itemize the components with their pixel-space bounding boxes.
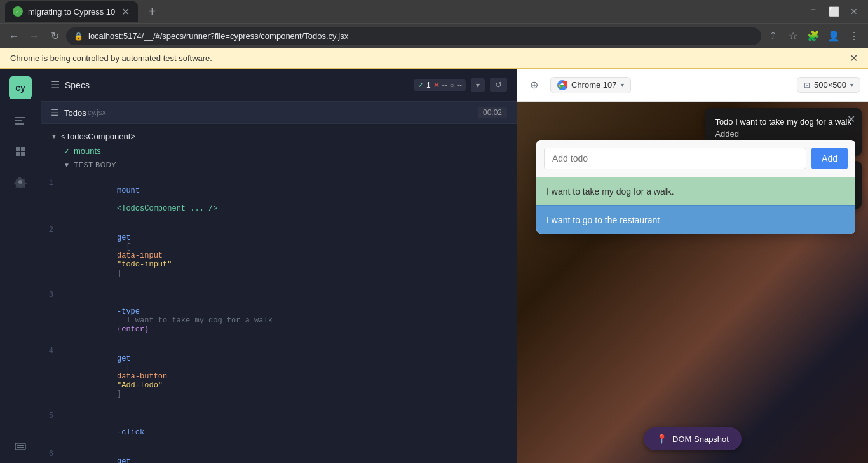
toast-1-subtitle: Added bbox=[715, 129, 851, 139]
chrome-toolbar: ← → ↻ 🔒 localhost:5174/__/#/specs/runner… bbox=[0, 23, 868, 48]
test-tree: ▼ <TodosComponent> ✓ mounts ▼ TEST BODY bbox=[41, 124, 517, 176]
line-content-3: -type I want to take my dog for a walk {… bbox=[61, 289, 517, 343]
specs-header: ☰ Specs ✓ 1 ✕ -- ○ -- ▾ ↺ bbox=[41, 69, 517, 102]
browser-name: Chrome 107 bbox=[571, 80, 617, 90]
file-header: ☰ Todos cy.jsx 00:02 bbox=[41, 102, 517, 124]
share-icon[interactable]: ⤴ bbox=[764, 27, 782, 45]
address-bar[interactable]: 🔒 localhost:5174/__/#/specs/runner?file=… bbox=[66, 27, 761, 45]
component-row[interactable]: ▼ <TodosComponent> bbox=[51, 129, 507, 144]
chrome-titlebar: c migrating to Cypress 10 ✕ + ⁻ ⬜ ✕ bbox=[0, 0, 868, 23]
pass-count: 1 bbox=[426, 81, 431, 90]
viewport-chevron-icon: ▾ bbox=[850, 81, 853, 88]
svg-rect-3 bbox=[15, 120, 22, 121]
browser-chevron-icon: ▾ bbox=[621, 81, 624, 88]
sidebar-item-list[interactable] bbox=[11, 142, 29, 160]
refresh-button[interactable]: ↺ bbox=[490, 78, 507, 92]
viewport-selector[interactable]: ⊡ 500×500 ▾ bbox=[797, 77, 860, 93]
sidebar-item-runner[interactable] bbox=[11, 112, 29, 130]
reload-button[interactable]: ↻ bbox=[46, 27, 64, 45]
preview-content: ✕ Todo I want to take my dog for a walk … bbox=[517, 102, 868, 463]
automation-banner-close[interactable]: ✕ bbox=[850, 52, 858, 64]
dots-separator: -- bbox=[457, 81, 462, 90]
preview-background: ✕ Todo I want to take my dog for a walk … bbox=[517, 102, 868, 463]
chrome-logo-icon bbox=[557, 80, 567, 90]
svg-rect-5 bbox=[16, 147, 20, 151]
test-body-row[interactable]: ▼ TEST BODY bbox=[51, 158, 507, 171]
chrome-tab[interactable]: c migrating to Cypress 10 ✕ bbox=[5, 1, 138, 22]
file-time: 00:02 bbox=[478, 107, 507, 118]
line-num-4: 4 bbox=[41, 345, 61, 356]
profile-icon[interactable]: 👤 bbox=[825, 27, 843, 45]
code-line-6: 6 get [ data-input= "todo-input" ] bbox=[41, 447, 517, 463]
line-content-6: get [ data-input= "todo-input" ] bbox=[61, 448, 517, 463]
check-pass-icon: ✓ bbox=[417, 81, 424, 90]
line-num-3: 3 bbox=[41, 289, 61, 300]
cypress-sidebar: cy bbox=[0, 69, 41, 463]
test-body-label: TEST BODY bbox=[74, 161, 116, 169]
sidebar-item-keyboard[interactable] bbox=[11, 438, 29, 455]
svg-rect-13 bbox=[20, 445, 22, 446]
todo-item-2[interactable]: I want to go to the restaurant bbox=[536, 205, 855, 234]
tab-close-button[interactable]: ✕ bbox=[120, 6, 130, 17]
toast-1-close[interactable]: ✕ bbox=[847, 114, 855, 125]
lock-icon: 🔒 bbox=[74, 32, 83, 41]
dom-snapshot-button[interactable]: 📍 DOM Snapshot bbox=[644, 427, 742, 450]
specs-header-controls: ✓ 1 ✕ -- ○ -- ▾ ↺ bbox=[414, 78, 507, 92]
dom-snapshot-label: DOM Snapshot bbox=[672, 434, 729, 444]
forward-button[interactable]: → bbox=[25, 27, 43, 45]
status-badge: ✓ 1 ✕ -- ○ -- bbox=[414, 79, 466, 91]
automation-banner-text: Chrome is being controlled by automated … bbox=[10, 53, 212, 63]
new-tab-button[interactable]: + bbox=[143, 3, 161, 20]
test-body-collapse-icon[interactable]: ▼ bbox=[64, 162, 70, 169]
svg-rect-4 bbox=[15, 123, 24, 125]
sidebar-item-settings[interactable] bbox=[11, 173, 29, 191]
crosshair-icon[interactable]: ⊕ bbox=[525, 76, 543, 94]
close-window-button[interactable]: ✕ bbox=[845, 3, 863, 20]
mounts-row[interactable]: ✓ mounts bbox=[51, 144, 507, 158]
svg-rect-7 bbox=[16, 152, 20, 156]
svg-rect-12 bbox=[18, 445, 20, 446]
code-line-4: 4 get [ data-button= "Add-Todo" ] bbox=[41, 344, 517, 409]
dash-separator: -- bbox=[442, 81, 447, 90]
browser-selector[interactable]: Chrome 107 ▾ bbox=[550, 77, 631, 93]
back-button[interactable]: ← bbox=[5, 27, 23, 45]
minimize-icon[interactable]: ⁻ bbox=[804, 3, 822, 20]
toast-1-title: Todo I want to take my dog for a walk bbox=[715, 117, 851, 127]
pin-icon: 📍 bbox=[656, 434, 667, 444]
specs-icon: ☰ bbox=[51, 79, 60, 91]
extension-icon[interactable]: 🧩 bbox=[804, 27, 822, 45]
check-fail-icon: ✕ bbox=[433, 81, 440, 90]
maximize-icon[interactable]: ⬜ bbox=[825, 3, 843, 20]
svg-rect-14 bbox=[22, 445, 24, 446]
todo-input-row: Add bbox=[536, 140, 855, 177]
mounts-label: mounts bbox=[74, 146, 101, 156]
specs-title: Specs bbox=[65, 80, 90, 90]
file-name: Todos bbox=[64, 108, 86, 118]
bookmark-icon[interactable]: ☆ bbox=[784, 27, 802, 45]
toolbar-actions: ⤴ ☆ 🧩 👤 ⋮ bbox=[764, 27, 863, 45]
todo-input-field[interactable] bbox=[544, 148, 806, 169]
keyword-mount: mount bbox=[117, 186, 140, 195]
file-icon: ☰ bbox=[51, 107, 59, 118]
menu-icon[interactable]: ⋮ bbox=[845, 27, 863, 45]
line-content-4: get [ data-button= "Add-Todo" ] bbox=[61, 345, 517, 408]
line-content-2: get [ data-input= "todo-input" ] bbox=[61, 225, 517, 287]
cypress-preview-panel: ⊕ Chrome 107 ▾ ⊡ 500×500 ▾ bbox=[517, 69, 868, 463]
code-line-5: 5 -click bbox=[41, 409, 517, 447]
tab-favicon: c bbox=[13, 6, 23, 17]
mount-check-icon: ✓ bbox=[64, 147, 70, 156]
automation-banner: Chrome is being controlled by automated … bbox=[0, 48, 868, 69]
svg-rect-6 bbox=[21, 147, 25, 151]
add-todo-button[interactable]: Add bbox=[811, 148, 848, 169]
code-line-2: 2 get [ data-input= "todo-input" ] bbox=[41, 223, 517, 288]
dropdown-button[interactable]: ▾ bbox=[471, 78, 485, 92]
app-body: cy ☰ Specs ✓ 1 ✕ -- bbox=[0, 69, 868, 463]
code-area: 1 mount <TodosComponent ... /> 2 get [ d… bbox=[41, 176, 517, 463]
todo-item-1[interactable]: I want to take my dog for a walk. bbox=[536, 177, 855, 205]
svg-rect-11 bbox=[17, 445, 18, 446]
todo-app: Add I want to take my dog for a walk. I … bbox=[536, 140, 855, 234]
cypress-logo: cy bbox=[9, 76, 32, 99]
line-num-2: 2 bbox=[41, 225, 61, 235]
line-content-5: -click bbox=[61, 410, 517, 446]
expand-icon[interactable]: ▼ bbox=[51, 133, 57, 140]
